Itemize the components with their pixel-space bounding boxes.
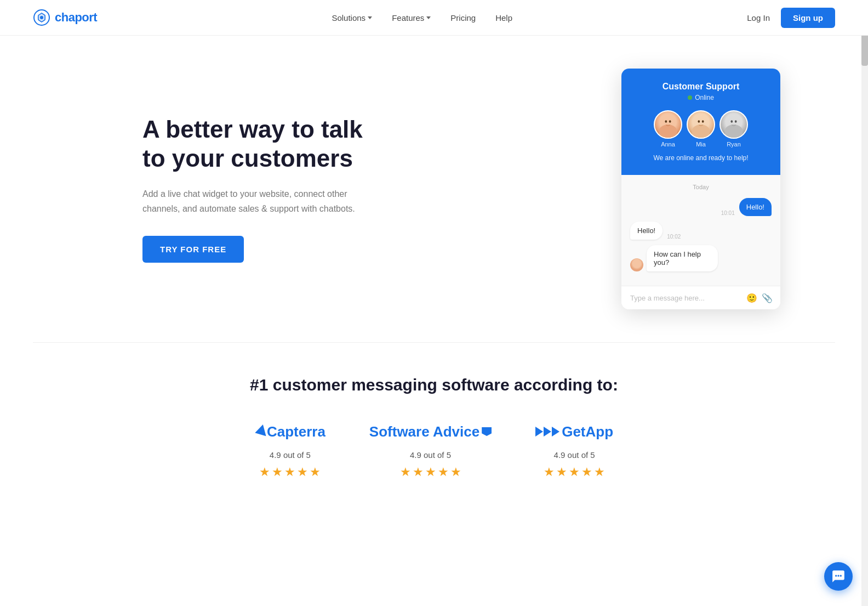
star-4: ★ bbox=[581, 465, 592, 479]
star-2: ★ bbox=[272, 465, 283, 479]
agent-anna: Anna bbox=[654, 110, 682, 148]
capterra-logo: Capterra bbox=[255, 422, 326, 441]
getapp-arrows-icon bbox=[535, 427, 559, 437]
rating-software-advice: Software Advice 4.9 out of 5 ★ ★ ★ ★ ★ bbox=[369, 422, 492, 479]
svg-point-14 bbox=[735, 120, 737, 123]
getapp-arrow-3 bbox=[552, 427, 559, 437]
star-4: ★ bbox=[297, 465, 308, 479]
chat-ready-message: We are online and ready to help! bbox=[632, 154, 769, 164]
svg-point-6 bbox=[669, 120, 671, 123]
star-2: ★ bbox=[556, 465, 567, 479]
message-time: 10:01 bbox=[721, 210, 735, 216]
star-5: ★ bbox=[594, 465, 605, 479]
chat-widget-header: Customer Support Online bbox=[621, 69, 780, 175]
message-time-2: 10:02 bbox=[667, 234, 681, 240]
bubble-received-1: Hello! bbox=[630, 222, 663, 240]
chat-body: Today 10:01 Hello! Hello! 10:02 How can … bbox=[621, 175, 780, 286]
attachment-icon[interactable]: 📎 bbox=[762, 293, 772, 303]
login-button[interactable]: Log In bbox=[747, 13, 770, 22]
bubble-sent-1: Hello! bbox=[739, 198, 772, 216]
logo-text: chaport bbox=[55, 10, 97, 25]
hero-content: A better way to talk to your customers A… bbox=[142, 115, 373, 263]
chat-online-status: Online bbox=[632, 94, 769, 101]
chat-bubble-with-avatar: How can I help you? bbox=[630, 245, 726, 271]
nav-solutions[interactable]: Solutions bbox=[332, 13, 372, 22]
bubble-received-2: How can I help you? bbox=[647, 245, 718, 271]
agent-anna-name: Anna bbox=[661, 141, 675, 148]
star-5: ★ bbox=[310, 465, 321, 479]
svg-point-13 bbox=[730, 120, 733, 123]
logo[interactable]: chaport bbox=[33, 9, 97, 26]
scrollbar-track[interactable] bbox=[861, 0, 868, 523]
getapp-logo: GetApp bbox=[535, 422, 613, 441]
try-for-free-button[interactable]: TRY FOR FREE bbox=[142, 236, 244, 263]
star-1: ★ bbox=[400, 465, 411, 479]
getapp-arrow-2 bbox=[544, 427, 551, 437]
software-advice-logo: Software Advice bbox=[369, 422, 492, 441]
software-advice-name: Software Advice bbox=[369, 423, 479, 440]
getapp-arrow-1 bbox=[535, 427, 543, 437]
svg-point-2 bbox=[40, 16, 43, 19]
ratings-section: #1 customer messaging software according… bbox=[0, 343, 868, 523]
getapp-name: GetApp bbox=[562, 423, 613, 440]
star-4: ★ bbox=[438, 465, 449, 479]
capterra-name: Capterra bbox=[267, 423, 326, 440]
star-3: ★ bbox=[284, 465, 295, 479]
avatar-mia bbox=[687, 110, 715, 139]
star-1: ★ bbox=[259, 465, 270, 479]
navbar-links: Solutions Features Pricing Help bbox=[332, 13, 512, 22]
chat-widget-mockup: Customer Support Online bbox=[621, 69, 780, 309]
chevron-down-icon bbox=[368, 16, 372, 19]
nav-help[interactable]: Help bbox=[495, 13, 512, 22]
agent-mia-name: Mia bbox=[696, 141, 706, 148]
hero-title: A better way to talk to your customers bbox=[142, 115, 373, 173]
star-3: ★ bbox=[425, 465, 436, 479]
ratings-grid: Capterra 4.9 out of 5 ★ ★ ★ ★ ★ Software… bbox=[33, 422, 835, 479]
chat-input-icons: 🙂 📎 bbox=[746, 293, 772, 303]
mini-avatar bbox=[630, 258, 643, 271]
avatar-ryan bbox=[719, 110, 748, 139]
hero-section: A better way to talk to your customers A… bbox=[0, 36, 868, 342]
star-1: ★ bbox=[544, 465, 555, 479]
software-advice-flag-icon bbox=[482, 427, 492, 436]
software-advice-stars: ★ ★ ★ ★ ★ bbox=[400, 465, 461, 479]
svg-point-8 bbox=[692, 124, 710, 139]
agent-mia: Mia bbox=[687, 110, 715, 148]
chat-message-sent-1: 10:01 Hello! bbox=[630, 198, 772, 216]
chat-date: Today bbox=[630, 184, 772, 190]
getapp-stars: ★ ★ ★ ★ ★ bbox=[544, 465, 605, 479]
nav-features[interactable]: Features bbox=[392, 13, 431, 22]
chat-support-title: Customer Support bbox=[632, 82, 769, 92]
chat-message-received-2: How can I help you? bbox=[630, 245, 772, 271]
navbar: chaport Solutions Features Pricing Help … bbox=[0, 0, 868, 36]
svg-point-9 bbox=[698, 120, 700, 123]
software-advice-score: 4.9 out of 5 bbox=[410, 450, 451, 460]
getapp-score: 4.9 out of 5 bbox=[554, 450, 595, 460]
navbar-actions: Log In Sign up bbox=[747, 8, 835, 28]
hero-subtitle: Add a live chat widget to your website, … bbox=[142, 186, 373, 216]
chat-input-placeholder: Type a message here... bbox=[630, 294, 705, 302]
avatar-anna bbox=[654, 110, 682, 139]
svg-point-5 bbox=[665, 120, 667, 123]
svg-point-10 bbox=[702, 120, 704, 123]
svg-point-12 bbox=[724, 124, 743, 139]
star-5: ★ bbox=[450, 465, 461, 479]
agent-ryan: Ryan bbox=[719, 110, 748, 148]
svg-point-4 bbox=[659, 124, 677, 139]
star-3: ★ bbox=[569, 465, 580, 479]
chat-message-received-1: Hello! 10:02 bbox=[630, 222, 772, 240]
nav-pricing[interactable]: Pricing bbox=[450, 13, 476, 22]
emoji-icon[interactable]: 🙂 bbox=[746, 293, 756, 303]
capterra-arrow-icon bbox=[253, 424, 266, 439]
signup-button[interactable]: Sign up bbox=[781, 8, 835, 28]
chevron-down-icon bbox=[426, 16, 431, 19]
chat-agent-avatars: Anna Mia bbox=[632, 110, 769, 148]
online-indicator bbox=[688, 95, 692, 100]
agent-ryan-name: Ryan bbox=[727, 141, 741, 148]
capterra-stars: ★ ★ ★ ★ ★ bbox=[259, 465, 321, 479]
star-2: ★ bbox=[413, 465, 424, 479]
chat-input-area[interactable]: Type a message here... 🙂 📎 bbox=[621, 286, 780, 309]
ratings-title: #1 customer messaging software according… bbox=[33, 376, 835, 394]
capterra-score: 4.9 out of 5 bbox=[270, 450, 311, 460]
rating-getapp: GetApp 4.9 out of 5 ★ ★ ★ ★ ★ bbox=[535, 422, 613, 479]
